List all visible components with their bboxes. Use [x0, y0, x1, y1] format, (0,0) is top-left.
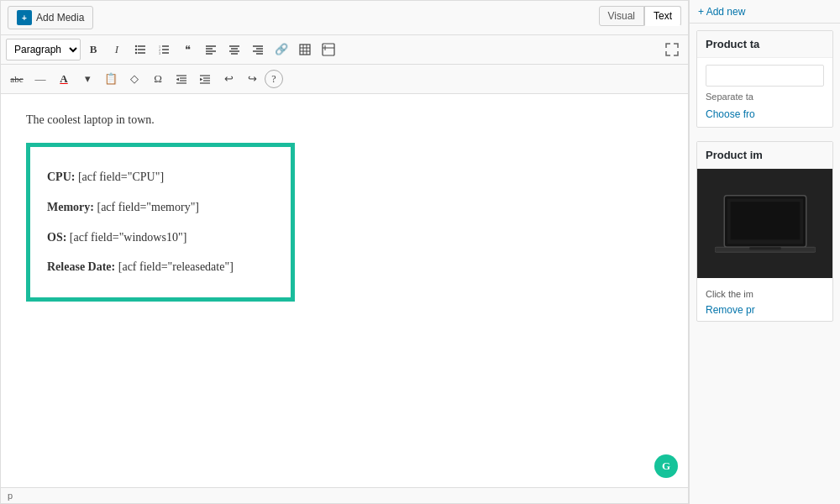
product-image-body: Click the im Remove pr — [697, 169, 832, 320]
laptop-svg — [715, 192, 816, 255]
indent-button[interactable] — [194, 68, 216, 90]
svg-point-4 — [135, 49, 137, 50]
svg-point-3 — [135, 45, 137, 47]
svg-text:3: 3 — [159, 51, 160, 55]
os-label: OS: — [47, 231, 66, 244]
remove-link[interactable]: Remove pr — [706, 304, 824, 316]
outdent-button[interactable] — [171, 68, 192, 90]
paragraph-select[interactable]: Paragraph — [6, 39, 81, 60]
special-chars-button[interactable]: Ω — [147, 68, 169, 90]
spec-line-memory: Memory: [acf field="memory"] — [47, 199, 274, 216]
spec-box: CPU: [acf field="CPU"] Memory: [acf fiel… — [26, 143, 295, 301]
erase-format-button[interactable]: ◇ — [123, 68, 145, 90]
choose-from-link[interactable]: Choose fro — [706, 108, 824, 120]
link-button[interactable]: 🔗 — [270, 39, 292, 60]
editor-tabs: Visual Text — [599, 6, 681, 26]
add-media-label: Add Media — [36, 12, 84, 24]
tab-text[interactable]: Text — [644, 6, 681, 26]
add-new-link[interactable]: + Add new — [698, 6, 745, 18]
redo-button[interactable]: ↪ — [241, 68, 263, 90]
strikethrough-button[interactable]: abc — [6, 68, 28, 90]
blockquote-button[interactable]: ❝ — [176, 39, 198, 60]
spec-line-release: Release Date: [acf field="releasedate"] — [47, 259, 274, 276]
editor-wrap: + Add Media Visual Text Paragraph B I 12… — [0, 0, 689, 504]
status-bar: p — [1, 487, 688, 503]
italic-button[interactable]: I — [106, 39, 128, 60]
svg-rect-44 — [749, 247, 781, 249]
sidebar: + Add new Product ta Separate ta Choose … — [689, 0, 840, 504]
svg-rect-42 — [730, 202, 800, 239]
release-value: [acf field="releasedate"] — [118, 260, 234, 273]
hr-button[interactable]: — — [29, 68, 51, 90]
ol-button[interactable]: 123 — [153, 39, 175, 60]
product-tags-header: Product ta — [697, 31, 832, 58]
toolbar-toggle-button[interactable] — [318, 39, 339, 60]
tags-input[interactable] — [706, 65, 824, 87]
toolbar-row-1: Paragraph B I 123 ❝ 🔗 — [1, 35, 688, 65]
intro-text: The coolest laptop in town. — [26, 111, 663, 129]
align-center-button[interactable] — [223, 39, 245, 60]
product-tags-panel: Product ta Separate ta Choose fro — [696, 30, 833, 128]
product-tags-body: Separate ta Choose fro — [697, 58, 832, 127]
cpu-label: CPU: — [47, 171, 75, 183]
paste-word-button[interactable]: 📋 — [100, 68, 122, 90]
tags-hint: Separate ta — [706, 91, 824, 103]
product-image-info: Click the im Remove pr — [697, 278, 832, 320]
memory-value: [acf field="memory"] — [97, 201, 199, 213]
table-button[interactable] — [294, 39, 316, 60]
spec-line-cpu: CPU: [acf field="CPU"] — [47, 169, 274, 186]
spec-line-os: OS: [acf field="windows10"] — [47, 229, 274, 246]
add-media-button[interactable]: + Add Media — [8, 6, 93, 29]
ul-button[interactable] — [129, 39, 151, 60]
undo-button[interactable]: ↩ — [218, 68, 239, 90]
product-image-preview[interactable] — [697, 169, 832, 278]
text-color-button[interactable]: A — [53, 68, 75, 90]
bold-button[interactable]: B — [82, 39, 104, 60]
tab-visual[interactable]: Visual — [599, 6, 644, 26]
align-right-button[interactable] — [247, 39, 269, 60]
grammarly-icon[interactable]: G — [654, 454, 678, 478]
toolbar-row-2: abc — A ▾ 📋 ◇ Ω ↩ ↪ ? — [1, 65, 688, 94]
product-image-header: Product im — [697, 142, 832, 169]
svg-rect-24 — [300, 45, 310, 55]
release-label: Release Date: — [47, 260, 115, 273]
top-bar: + Add Media Visual Text — [1, 1, 688, 35]
text-color-arrow[interactable]: ▾ — [76, 68, 98, 90]
cpu-value: [acf field="CPU"] — [78, 171, 164, 183]
product-image-panel: Product im Click the im Remove pr — [696, 141, 833, 321]
add-media-icon: + — [17, 10, 32, 25]
svg-rect-29 — [323, 44, 334, 55]
svg-point-5 — [135, 52, 137, 54]
editor-content[interactable]: The coolest laptop in town. CPU: [acf fi… — [1, 94, 688, 487]
click-hint: Click the im — [706, 288, 824, 300]
sidebar-topbar: + Add new — [690, 0, 840, 24]
memory-label: Memory: — [47, 201, 94, 213]
os-value: [acf field="windows10"] — [70, 231, 186, 244]
status-text: p — [8, 491, 13, 501]
align-left-button[interactable] — [200, 39, 222, 60]
help-button[interactable]: ? — [265, 70, 283, 88]
fullscreen-button[interactable] — [661, 39, 683, 60]
